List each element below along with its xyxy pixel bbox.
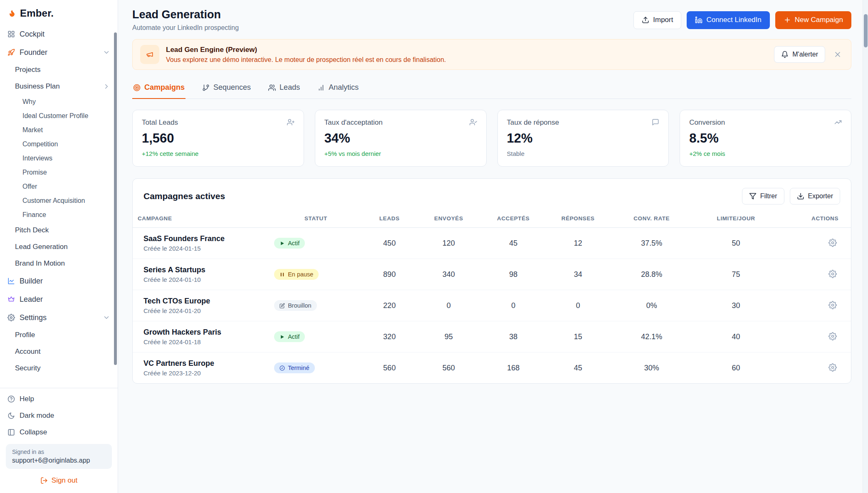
main-content: Lead Generation Automate your LinkedIn p… xyxy=(118,0,868,493)
stat-card: Taux d'acceptation 34% +5% vs mois derni… xyxy=(315,110,487,167)
daily-limit: 50 xyxy=(693,228,779,259)
sidebar-footer-item[interactable]: Help xyxy=(4,391,114,407)
daily-limit: 40 xyxy=(693,321,779,352)
sidebar-item-label: Projects xyxy=(15,66,40,74)
active-campaigns-card: Campagnes actives Filtrer Exporter xyxy=(132,178,851,384)
pause-icon xyxy=(279,272,285,277)
bar-chart-icon xyxy=(317,84,325,91)
sidebar-item[interactable]: Founder xyxy=(4,43,114,62)
card-actions: Filtrer Exporter xyxy=(742,188,840,205)
sidebar-item-label: Account xyxy=(15,348,40,356)
alert-me-button[interactable]: M'alerter xyxy=(774,46,825,63)
conversion-rate: 30% xyxy=(610,352,693,384)
table-row[interactable]: VC Partners Europe Créée le 2023-12-20 T… xyxy=(133,352,851,384)
column-header: ACTIONS xyxy=(779,212,851,228)
tab[interactable]: Sequences xyxy=(201,79,252,99)
filter-icon xyxy=(749,192,757,200)
app-logo[interactable]: Ember. xyxy=(0,0,118,24)
grid-icon xyxy=(7,30,15,38)
tab[interactable]: Leads xyxy=(267,79,301,99)
campaign-name: Growth Hackers Paris xyxy=(143,328,264,337)
alert-me-label: M'alerter xyxy=(792,51,818,58)
signed-in-label: Signed in as xyxy=(12,449,106,455)
row-settings-button[interactable] xyxy=(827,362,838,375)
sidebar-scrollbar-thumb[interactable] xyxy=(114,32,117,365)
trending-up-icon xyxy=(834,118,842,126)
column-header: CAMPAGNE xyxy=(133,212,269,228)
table-row[interactable]: SaaS Founders France Créée le 2024-01-15… xyxy=(133,228,851,259)
sidebar-item[interactable]: Account xyxy=(4,343,114,360)
campaign-created-date: Créée le 2024-01-10 xyxy=(143,276,264,283)
import-button[interactable]: Import xyxy=(633,11,681,29)
export-button[interactable]: Exporter xyxy=(790,188,840,205)
sidebar-item[interactable]: Security xyxy=(4,360,114,377)
sidebar-item[interactable]: Ideal Customer Profile xyxy=(4,109,114,123)
sidebar-item[interactable]: Cockpit xyxy=(4,25,114,43)
sidebar-item[interactable]: Leader xyxy=(4,290,114,308)
table-row[interactable]: Growth Hackers Paris Créée le 2024-01-18… xyxy=(133,321,851,352)
banner-close-button[interactable] xyxy=(832,49,843,60)
sidebar-item[interactable]: Profile xyxy=(4,327,114,343)
play-icon xyxy=(279,241,285,246)
sidebar-item[interactable]: Brand In Motion xyxy=(4,255,114,272)
app-name: Ember. xyxy=(20,7,54,19)
sidebar-item[interactable]: Offer xyxy=(4,180,114,194)
sidebar-item[interactable]: Why xyxy=(4,95,114,109)
sidebar-item-label: Pitch Deck xyxy=(15,226,49,234)
row-settings-button[interactable] xyxy=(827,330,838,343)
accepted-count: 45 xyxy=(481,228,546,259)
sidebar-item[interactable]: Market xyxy=(4,123,114,137)
campaign-created-date: Créée le 2023-12-20 xyxy=(143,370,264,377)
new-campaign-button[interactable]: New Campaign xyxy=(775,11,851,29)
table-body: SaaS Founders France Créée le 2024-01-15… xyxy=(133,228,851,384)
crown-icon xyxy=(7,296,15,303)
sidebar-item[interactable]: Competition xyxy=(4,137,114,151)
sidebar-item[interactable]: Projects xyxy=(4,62,114,78)
campaign-name: Tech CTOs Europe xyxy=(143,297,264,306)
sidebar-item[interactable]: Pitch Deck xyxy=(4,222,114,239)
status-label: En pause xyxy=(288,271,313,278)
sidebar-item-label: Cockpit xyxy=(20,30,45,39)
row-settings-button[interactable] xyxy=(827,237,838,250)
panel-collapse-icon xyxy=(7,429,15,436)
target-icon xyxy=(133,84,141,91)
sidebar-item[interactable]: Lead Generation xyxy=(4,239,114,255)
stat-value: 34% xyxy=(324,131,477,146)
row-settings-button[interactable] xyxy=(827,268,838,281)
sign-out-button[interactable]: Sign out xyxy=(34,473,84,488)
sidebar-item[interactable]: Promise xyxy=(4,165,114,180)
sidebar-footer-item[interactable]: Dark mode xyxy=(4,407,114,424)
sidebar-item[interactable]: Customer Acquisition xyxy=(4,194,114,208)
tab[interactable]: Campaigns xyxy=(132,79,185,99)
page-scrollbar-thumb[interactable] xyxy=(864,14,868,47)
sidebar-footer-item[interactable]: Collapse xyxy=(4,424,114,441)
connect-linkedin-button[interactable]: Connect LinkedIn xyxy=(687,11,769,29)
stat-delta: Stable xyxy=(507,150,660,157)
line-chart-icon xyxy=(7,277,15,285)
sidebar-item[interactable]: Business Plan xyxy=(4,78,114,95)
moon-icon xyxy=(7,412,15,419)
table-row[interactable]: Series A Startups Créée le 2024-01-10 En… xyxy=(133,259,851,290)
chevron-right-icon xyxy=(103,83,110,90)
stat-value: 12% xyxy=(507,131,660,146)
leads-count: 890 xyxy=(363,259,417,290)
sidebar-item-label: Lead Generation xyxy=(15,243,68,251)
help-circle-icon xyxy=(7,395,15,403)
leads-count: 560 xyxy=(363,352,417,384)
tab[interactable]: Analytics xyxy=(317,79,359,99)
sidebar-item[interactable]: Builder xyxy=(4,272,114,290)
sidebar-item-label: Why xyxy=(22,98,36,106)
filter-button[interactable]: Filtrer xyxy=(742,188,784,205)
sidebar-item-label: Security xyxy=(15,364,40,372)
sidebar-item[interactable]: Settings xyxy=(4,308,114,327)
sent-count: 0 xyxy=(416,290,481,321)
row-settings-button[interactable] xyxy=(827,299,838,312)
status-badge: En pause xyxy=(274,269,319,280)
sidebar-item[interactable]: Interviews xyxy=(4,151,114,165)
table-head: CAMPAGNE STATUT LEADS ENVOYÉS ACCEPTÉS R… xyxy=(133,212,851,228)
sidebar-item[interactable]: Finance xyxy=(4,208,114,222)
sidebar-item-label: Builder xyxy=(20,277,43,286)
signed-in-box: Signed in as support+6@originlabs.app xyxy=(6,444,112,469)
table-row[interactable]: Tech CTOs Europe Créée le 2024-01-20 Bro… xyxy=(133,290,851,321)
column-header: RÉPONSES xyxy=(546,212,610,228)
